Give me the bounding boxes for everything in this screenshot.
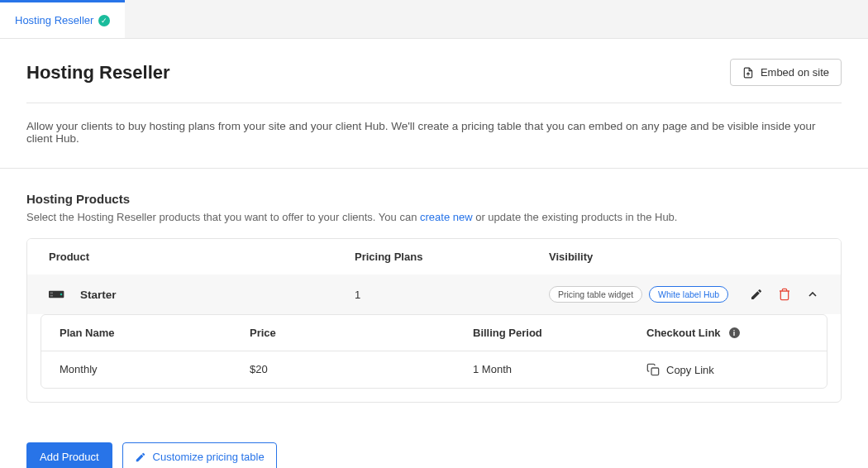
sub-col-billing-period: Billing Period: [473, 327, 646, 339]
svg-rect-5: [651, 368, 659, 375]
product-icon: [49, 289, 65, 300]
products-section-title: Hosting Products: [26, 192, 842, 206]
product-name: Starter: [80, 289, 117, 301]
tab-bar: Hosting Reseller ✓: [0, 0, 868, 39]
embed-button-label: Embed on site: [761, 66, 829, 79]
col-header-product: Product: [49, 251, 355, 263]
pencil-icon: [135, 451, 146, 463]
table-header: Product Pricing Plans Visibility: [27, 239, 841, 275]
product-plan-count: 1: [355, 289, 549, 301]
copy-link-button[interactable]: Copy Link: [646, 363, 714, 376]
products-section-subtitle: Select the Hosting Reseller products tha…: [26, 211, 842, 223]
add-product-button[interactable]: Add Product: [26, 442, 112, 468]
edit-icon[interactable]: [750, 288, 763, 301]
customize-pricing-table-button[interactable]: Customize pricing table: [122, 442, 277, 468]
embed-on-site-button[interactable]: Embed on site: [730, 59, 842, 86]
tab-label: Hosting Reseller: [15, 14, 93, 26]
badge-pricing-widget: Pricing table widget: [549, 286, 642, 303]
page-description: Allow your clients to buy hosting plans …: [0, 103, 868, 169]
plan-row: Monthly $20 1 Month Copy Link: [41, 351, 827, 388]
delete-icon[interactable]: [778, 288, 791, 301]
svg-point-4: [60, 294, 63, 296]
col-header-visibility: Visibility: [549, 251, 819, 263]
svg-rect-2: [50, 293, 53, 294]
tab-hosting-reseller[interactable]: Hosting Reseller ✓: [0, 0, 125, 38]
info-icon[interactable]: i: [729, 327, 740, 338]
sub-table-header: Plan Name Price Billing Period Checkout …: [41, 315, 827, 351]
svg-rect-3: [50, 295, 53, 297]
sub-col-checkout-link: Checkout Link i: [646, 327, 808, 339]
plan-period-value: 1 Month: [473, 363, 646, 376]
sub-col-price: Price: [250, 327, 473, 339]
plan-price-value: $20: [250, 363, 473, 376]
chevron-up-icon[interactable]: [806, 288, 819, 301]
embed-icon: [742, 67, 754, 79]
copy-link-label: Copy Link: [666, 364, 714, 376]
badge-white-label-hub: White label Hub: [649, 286, 728, 303]
create-new-link[interactable]: create new: [420, 211, 473, 223]
product-row[interactable]: Starter 1 Pricing table widget White lab…: [27, 275, 841, 314]
visibility-badges: Pricing table widget White label Hub: [549, 286, 728, 303]
page-title: Hosting Reseller: [26, 62, 170, 84]
copy-icon: [646, 363, 660, 376]
check-icon: ✓: [98, 15, 110, 26]
customize-button-label: Customize pricing table: [153, 451, 265, 463]
col-header-pricing-plans: Pricing Plans: [355, 251, 549, 263]
plans-sub-table: Plan Name Price Billing Period Checkout …: [41, 314, 827, 389]
sub-col-plan-name: Plan Name: [60, 327, 250, 339]
products-table: Product Pricing Plans Visibility Starter…: [26, 238, 842, 403]
plan-name-value: Monthly: [60, 363, 250, 376]
